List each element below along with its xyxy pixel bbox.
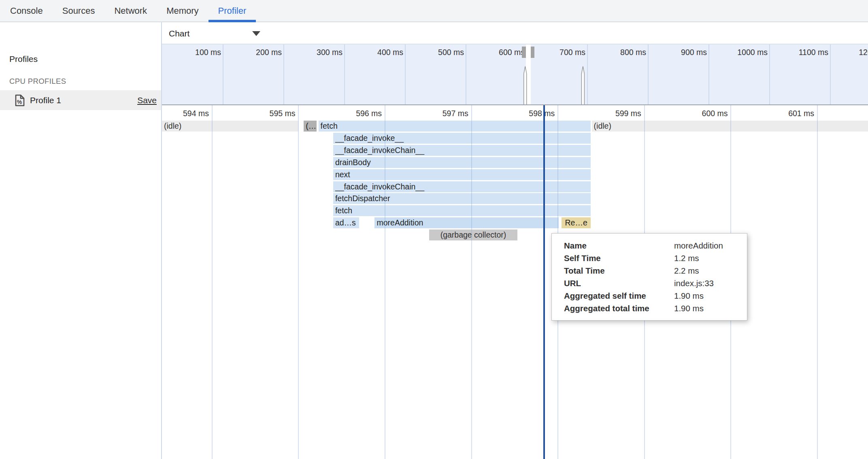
chevron-down-icon (252, 31, 260, 36)
tooltip-label: URL (564, 277, 674, 289)
flame-bar[interactable]: (… (304, 121, 317, 132)
sidebar: Profiles CPU PROFILES %Profile 1Save (0, 23, 161, 459)
view-mode-value: Chart (169, 29, 189, 38)
detail-gridline (471, 105, 472, 459)
tooltip-row: Self Time1.2 ms (564, 252, 740, 264)
flame-bar[interactable]: Re…e (562, 217, 591, 228)
panel-divider (161, 22, 162, 459)
save-profile-link[interactable]: Save (137, 90, 157, 110)
detail-gridline (298, 105, 299, 459)
tab-sources[interactable]: Sources (53, 0, 105, 21)
frame-tooltip: NamemoreAdditionSelf Time1.2 msTotal Tim… (551, 233, 747, 321)
detail-tick-label: 595 ms (234, 109, 295, 118)
chart-toolbar: Chart (162, 23, 868, 45)
tooltip-value: 1.90 ms (674, 302, 740, 314)
tooltip-label: Aggregated self time (564, 289, 674, 302)
tooltip-row: Total Time2.2 ms (564, 264, 740, 277)
devtools-window: ConsoleSourcesNetworkMemoryProfiler Prof… (0, 0, 868, 459)
tooltip-value: 1.90 ms (674, 289, 740, 302)
flame-bar[interactable]: (idle) (592, 121, 868, 132)
flame-bar[interactable]: __facade_invokeChain__ (333, 181, 591, 192)
tooltip-value: 1.2 ms (674, 252, 740, 264)
cpu-profiles-section-label: CPU PROFILES (9, 77, 66, 86)
view-mode-select[interactable]: Chart (169, 23, 260, 44)
flame-bar[interactable]: (garbage collector) (429, 230, 517, 240)
flame-bar[interactable]: __facade_invoke__ (333, 133, 591, 144)
profile-name: Profile 1 (30, 90, 61, 110)
selection-handle-left[interactable] (522, 47, 526, 58)
tooltip-row: NamemoreAddition (564, 239, 740, 252)
detail-tick-label: 596 ms (321, 109, 382, 118)
detail-gridline (817, 105, 818, 459)
detail-tick-label: 601 ms (753, 109, 814, 118)
flame-bar[interactable]: fetch (333, 205, 591, 216)
tab-profiler[interactable]: Profiler (208, 0, 256, 21)
tooltip-label: Aggregated total time (564, 302, 674, 314)
detail-tick-label: 594 ms (162, 109, 209, 118)
timeline-cursor (543, 105, 545, 459)
tooltip-value: index.js:33 (674, 277, 740, 289)
tooltip-row: Aggregated self time1.90 ms (564, 289, 740, 302)
flame-bar[interactable]: drainBody (333, 157, 591, 168)
tooltip-label: Name (564, 239, 674, 252)
detail-tick-label: 598 ms (494, 109, 555, 118)
tooltip-label: Self Time (564, 252, 674, 264)
tab-console[interactable]: Console (0, 0, 53, 21)
tooltip-value: 2.2 ms (674, 264, 740, 277)
flame-bar[interactable]: next (333, 169, 591, 180)
selection-handle-right[interactable] (531, 47, 534, 58)
detail-gridline (385, 105, 385, 459)
profiles-title: Profiles (9, 54, 38, 64)
tooltip-label: Total Time (564, 264, 674, 277)
tooltip-row: URLindex.js:33 (564, 277, 740, 289)
tooltip-value: moreAddition (674, 239, 740, 252)
percent-document-icon: % (15, 94, 25, 108)
timeline-overview[interactable]: 100 ms200 ms300 ms400 ms500 ms600 ms700 … (162, 45, 868, 105)
flame-bar[interactable]: moreAddition (374, 217, 559, 228)
flame-bar[interactable]: (idle) (162, 121, 298, 132)
flame-bar[interactable]: __facade_invokeChain__ (333, 145, 591, 156)
cpu-activity-spikes (162, 45, 868, 104)
tab-bar: ConsoleSourcesNetworkMemoryProfiler (0, 0, 868, 22)
detail-tick-label: 600 ms (667, 109, 728, 118)
tooltip-row: Aggregated total time1.90 ms (564, 302, 740, 314)
tab-network[interactable]: Network (104, 0, 157, 21)
profile-list-item[interactable]: %Profile 1Save (0, 90, 161, 110)
tab-memory[interactable]: Memory (157, 0, 208, 21)
detail-tick-label: 597 ms (408, 109, 468, 118)
svg-text:%: % (17, 99, 22, 105)
flame-chart: 594 ms595 ms596 ms597 ms598 ms599 ms600 … (162, 105, 868, 459)
detail-tick-label: 599 ms (581, 109, 641, 118)
flame-bar[interactable]: fetch (319, 121, 591, 132)
detail-gridline (212, 105, 213, 459)
flame-bar[interactable]: fetchDispatcher (333, 193, 591, 204)
flame-bar[interactable]: ad…s (333, 217, 359, 228)
